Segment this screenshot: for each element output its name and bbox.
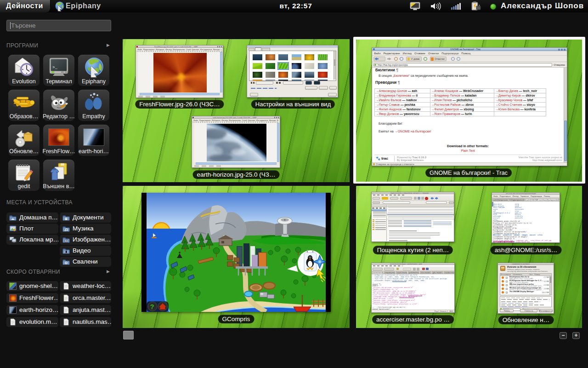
svg-text:?: ? bbox=[150, 303, 154, 310]
svg-text:>_: >_ bbox=[52, 65, 57, 70]
